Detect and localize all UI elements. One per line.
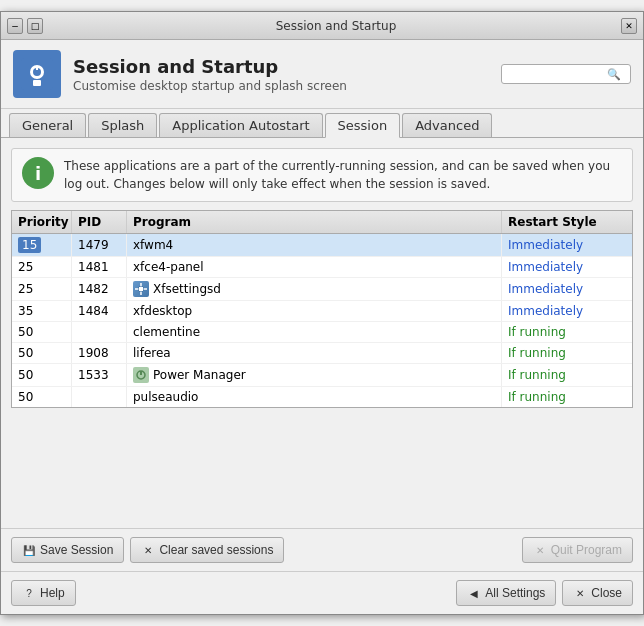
header-subtitle: Customise desktop startup and splash scr… <box>73 79 489 93</box>
cell-restart: If running <box>502 387 632 407</box>
main-window: − □ Session and Startup ✕ Session and St… <box>0 11 644 615</box>
clear-saved-button[interactable]: ✕ Clear saved sessions <box>130 537 284 563</box>
header-text: Session and Startup Customise desktop st… <box>73 56 489 93</box>
all-settings-label: All Settings <box>485 586 545 600</box>
cell-restart: Immediately <box>502 257 632 277</box>
power-icon <box>133 367 149 383</box>
search-input[interactable] <box>507 67 607 81</box>
cell-pid: 1479 <box>72 234 127 256</box>
quit-icon: ✕ <box>533 543 547 557</box>
svg-rect-4 <box>36 66 38 70</box>
tab-general[interactable]: General <box>9 113 86 137</box>
search-icon: 🔍 <box>607 68 621 81</box>
quit-program-button[interactable]: ✕ Quit Program <box>522 537 633 563</box>
cell-pid <box>72 387 127 407</box>
close-titlebar-button[interactable]: ✕ <box>621 18 637 34</box>
cell-program: xfdesktop <box>127 301 502 321</box>
col-restart: Restart Style <box>502 211 632 233</box>
priority-value: 15 <box>18 237 41 253</box>
titlebar-buttons: − □ <box>7 18 43 34</box>
table-row[interactable]: 50 pulseaudio If running <box>12 387 632 407</box>
table-header: Priority PID Program Restart Style <box>12 211 632 234</box>
tab-splash[interactable]: Splash <box>88 113 157 137</box>
header-title: Session and Startup <box>73 56 489 77</box>
cell-priority: 25 <box>12 278 72 300</box>
minimize-button[interactable]: − <box>7 18 23 34</box>
cell-priority: 50 <box>12 364 72 386</box>
save-session-button[interactable]: 💾 Save Session <box>11 537 124 563</box>
footer: ? Help ◀ All Settings ✕ Close <box>1 571 643 614</box>
cell-pid: 1908 <box>72 343 127 363</box>
cell-restart: Immediately <box>502 278 632 300</box>
cell-priority: 50 <box>12 322 72 342</box>
info-box: i These applications are a part of the c… <box>11 148 633 202</box>
save-icon: 💾 <box>22 543 36 557</box>
table-row[interactable]: 35 1484 xfdesktop Immediately <box>12 301 632 322</box>
footer-left: ? Help <box>11 580 76 606</box>
settings-icon <box>133 281 149 297</box>
cell-restart: Immediately <box>502 234 632 256</box>
info-text: These applications are a part of the cur… <box>64 157 622 193</box>
cell-pid: 1484 <box>72 301 127 321</box>
tab-bar: General Splash Application Autostart Ses… <box>1 109 643 138</box>
all-settings-icon: ◀ <box>467 586 481 600</box>
cell-program: xfce4-panel <box>127 257 502 277</box>
clear-icon: ✕ <box>141 543 155 557</box>
tab-content: i These applications are a part of the c… <box>1 138 643 528</box>
footer-right: ◀ All Settings ✕ Close <box>456 580 633 606</box>
cell-restart: If running <box>502 343 632 363</box>
cell-pid: 1482 <box>72 278 127 300</box>
close-icon: ✕ <box>573 586 587 600</box>
maximize-button[interactable]: □ <box>27 18 43 34</box>
tab-session[interactable]: Session <box>325 113 401 138</box>
cell-program: liferea <box>127 343 502 363</box>
cell-program: pulseaudio <box>127 387 502 407</box>
cell-program: clementine <box>127 322 502 342</box>
col-program: Program <box>127 211 502 233</box>
cell-restart: If running <box>502 364 632 386</box>
cell-priority: 50 <box>12 343 72 363</box>
table-row[interactable]: 15 1479 xfwm4 Immediately <box>12 234 632 257</box>
svg-point-5 <box>138 286 144 292</box>
save-session-label: Save Session <box>40 543 113 557</box>
cell-priority: 50 <box>12 387 72 407</box>
help-button[interactable]: ? Help <box>11 580 76 606</box>
svg-rect-2 <box>33 80 41 86</box>
cell-restart: If running <box>502 322 632 342</box>
cell-program: xfwm4 <box>127 234 502 256</box>
cell-priority: 35 <box>12 301 72 321</box>
close-label: Close <box>591 586 622 600</box>
cell-pid <box>72 322 127 342</box>
col-pid: PID <box>72 211 127 233</box>
tab-application-autostart[interactable]: Application Autostart <box>159 113 322 137</box>
titlebar-title: Session and Startup <box>51 19 621 33</box>
table-row[interactable]: 50 1533 Power Manager If running <box>12 364 632 387</box>
info-icon: i <box>22 157 54 189</box>
table-row[interactable]: 25 1481 xfce4-panel Immediately <box>12 257 632 278</box>
help-icon: ? <box>22 586 36 600</box>
tab-advanced[interactable]: Advanced <box>402 113 492 137</box>
table-row[interactable]: 50 clementine If running <box>12 322 632 343</box>
left-buttons: 💾 Save Session ✕ Clear saved sessions <box>11 537 284 563</box>
table-row[interactable]: 25 1482 Xfsettingsd Immediately <box>12 278 632 301</box>
all-settings-button[interactable]: ◀ All Settings <box>456 580 556 606</box>
app-icon <box>13 50 61 98</box>
spacer <box>11 418 633 518</box>
app-header: Session and Startup Customise desktop st… <box>1 40 643 109</box>
cell-priority: 25 <box>12 257 72 277</box>
quit-program-label: Quit Program <box>551 543 622 557</box>
cell-priority: 15 <box>12 234 72 256</box>
action-buttons: 💾 Save Session ✕ Clear saved sessions ✕ … <box>1 528 643 571</box>
close-button[interactable]: ✕ Close <box>562 580 633 606</box>
titlebar: − □ Session and Startup ✕ <box>1 12 643 40</box>
cell-program: Power Manager <box>127 364 502 386</box>
table-row[interactable]: 50 1908 liferea If running <box>12 343 632 364</box>
cell-restart: Immediately <box>502 301 632 321</box>
session-table: Priority PID Program Restart Style 15 14… <box>11 210 633 408</box>
cell-pid: 1481 <box>72 257 127 277</box>
search-box[interactable]: 🔍 <box>501 64 631 84</box>
help-label: Help <box>40 586 65 600</box>
col-priority: Priority <box>12 211 72 233</box>
clear-saved-label: Clear saved sessions <box>159 543 273 557</box>
cell-pid: 1533 <box>72 364 127 386</box>
